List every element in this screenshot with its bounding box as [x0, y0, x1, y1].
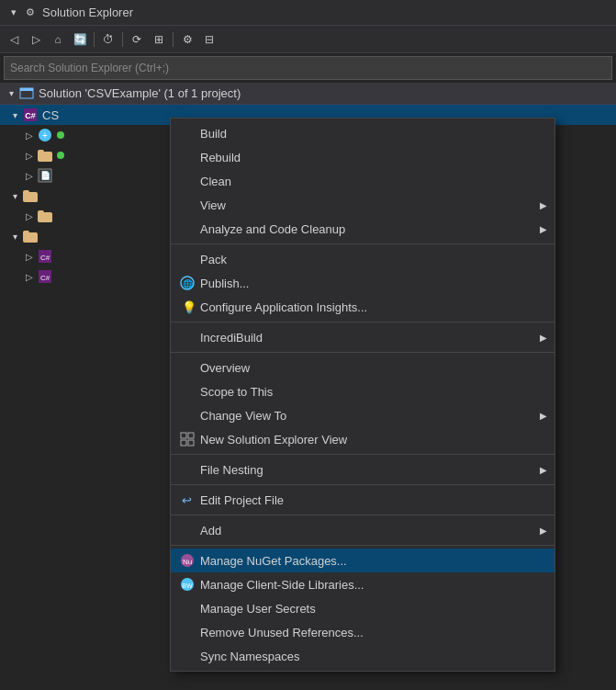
menu-item-view[interactable]: View▶: [171, 193, 554, 217]
menu-label-configure-insights: Configure Application Insights...: [200, 300, 547, 314]
menu-label-remove-unused-refs: Remove Unused References...: [200, 626, 547, 639]
menu-separator-5: [171, 243, 554, 244]
expand-2: ▷: [22, 148, 37, 163]
status-dot-1: [57, 131, 64, 139]
menu-arrow-add: ▶: [532, 526, 547, 536]
menu-label-manage-user-secrets: Manage User Secrets: [200, 602, 547, 616]
menu-icon-add: [174, 518, 200, 542]
svg-text:BW: BW: [182, 583, 193, 589]
menu-item-remove-unused-refs[interactable]: Remove Unused References...: [171, 620, 554, 644]
svg-rect-17: [181, 440, 186, 446]
solution-expand-icon[interactable]: ▾: [4, 86, 18, 101]
menu-item-build[interactable]: Build: [171, 121, 554, 145]
svg-rect-16: [188, 433, 194, 438]
menu-label-edit-project-file: Edit Project File: [200, 493, 547, 507]
svg-text:🌐: 🌐: [183, 278, 194, 289]
menu-separator-9: [171, 352, 554, 353]
add-root-button[interactable]: ⊞: [149, 29, 169, 50]
search-bar[interactable]: Search Solution Explorer (Ctrl+;): [4, 56, 612, 80]
toolbar: ◁ ▷ ⌂ 🔄 ⏱ ⟳ ⊞ ⚙ ⊟: [0, 26, 616, 53]
menu-icon-configure-insights: 💡: [174, 295, 200, 319]
menu-icon-manage-client-side: BW: [174, 572, 200, 596]
menu-label-new-solution-explorer-view: New Solution Explorer View: [200, 433, 547, 447]
node-icon-5: [37, 208, 53, 224]
menu-arrow-incredibuild: ▶: [532, 333, 547, 343]
menu-icon-manage-user-secrets: [174, 596, 200, 620]
svg-text:Nu: Nu: [183, 558, 192, 566]
home-button[interactable]: ⌂: [48, 29, 68, 50]
menu-label-add: Add: [200, 524, 532, 537]
menu-item-pack[interactable]: Pack: [171, 247, 554, 271]
project-label: CS: [42, 108, 59, 122]
menu-item-file-nesting[interactable]: File Nesting▶: [171, 458, 554, 481]
menu-item-overview[interactable]: Overview: [171, 356, 554, 379]
menu-separator-13: [171, 454, 554, 455]
status-dot-2: [57, 152, 64, 159]
menu-icon-remove-unused-refs: [174, 620, 200, 644]
separator: [94, 32, 95, 47]
menu-icon-overview: [174, 356, 200, 379]
expand-7: ▷: [22, 249, 37, 264]
expand-5: ▷: [22, 209, 37, 223]
menu-item-manage-nuget[interactable]: NuManage NuGet Packages...: [171, 549, 554, 572]
svg-rect-18: [188, 440, 194, 446]
menu-icon-incredibuild: [174, 325, 200, 349]
menu-label-publish: Publish...: [200, 277, 547, 290]
menu-separator-16: [171, 545, 554, 546]
settings2-button[interactable]: ⊟: [199, 29, 219, 50]
menu-icon-change-view-to: [174, 403, 200, 427]
pin-icon[interactable]: ▾: [7, 6, 20, 19]
expand-8: ▷: [22, 269, 37, 284]
project-icon: C#: [22, 107, 39, 123]
menu-item-clean[interactable]: Clean: [171, 169, 554, 193]
solution-icon: [18, 85, 35, 102]
menu-item-incredibuild[interactable]: IncrediBuild▶: [171, 325, 554, 349]
expand-4: ▾: [7, 188, 22, 203]
refresh-button[interactable]: 🔄: [70, 29, 90, 50]
history-button[interactable]: ⏱: [98, 29, 118, 50]
menu-label-clean: Clean: [200, 175, 547, 188]
settings-icon[interactable]: ⚙: [24, 6, 37, 19]
menu-item-scope-to-this[interactable]: Scope to This: [171, 379, 554, 403]
menu-label-analyze: Analyze and Code Cleanup: [200, 222, 532, 236]
node-icon-1: +: [37, 127, 53, 143]
menu-label-manage-client-side: Manage Client-Side Libraries...: [200, 578, 547, 592]
menu-item-sync-namespaces[interactable]: Sync Namespaces: [171, 644, 554, 668]
forward-button[interactable]: ▷: [26, 29, 46, 50]
sync-button[interactable]: ⟳: [127, 29, 147, 50]
menu-label-pack: Pack: [200, 253, 547, 266]
menu-item-add[interactable]: Add▶: [171, 518, 554, 542]
menu-label-file-nesting: File Nesting: [200, 463, 532, 477]
menu-item-new-solution-explorer-view[interactable]: New Solution Explorer View: [171, 427, 554, 451]
menu-label-overview: Overview: [200, 361, 547, 375]
back-button[interactable]: ◁: [4, 29, 24, 50]
settings-button[interactable]: ⚙: [177, 29, 197, 50]
context-menu: BuildRebuildCleanView▶Analyze and Code C…: [170, 118, 555, 672]
svg-text:↩: ↩: [182, 493, 192, 507]
menu-item-publish[interactable]: 🌐Publish...: [171, 271, 554, 295]
svg-text:+: +: [42, 130, 48, 141]
menu-label-scope-to-this: Scope to This: [200, 385, 547, 399]
menu-item-change-view-to[interactable]: Change View To▶: [171, 403, 554, 427]
svg-text:C#: C#: [40, 274, 50, 282]
node-icon-8: C#: [37, 268, 53, 285]
title-bar: ▾ ⚙ Solution Explorer: [0, 0, 616, 26]
menu-separator-8: [171, 322, 554, 322]
menu-icon-file-nesting: [174, 458, 200, 481]
menu-label-build: Build: [200, 127, 547, 141]
menu-item-analyze[interactable]: Analyze and Code Cleanup▶: [171, 217, 554, 241]
menu-label-manage-nuget: Manage NuGet Packages...: [200, 554, 547, 568]
menu-arrow-analyze: ▶: [532, 224, 547, 234]
menu-arrow-file-nesting: ▶: [532, 465, 547, 475]
menu-item-manage-client-side[interactable]: BWManage Client-Side Libraries...: [171, 572, 554, 596]
menu-icon-build: [174, 121, 200, 145]
menu-item-manage-user-secrets[interactable]: Manage User Secrets: [171, 596, 554, 620]
node-icon-2: [37, 147, 53, 164]
menu-item-rebuild[interactable]: Rebuild: [171, 145, 554, 169]
menu-item-configure-insights[interactable]: 💡Configure Application Insights...: [171, 295, 554, 319]
menu-icon-view: [174, 193, 200, 217]
search-placeholder: Search Solution Explorer (Ctrl+;): [10, 62, 169, 74]
menu-arrow-change-view-to: ▶: [532, 411, 547, 421]
menu-item-edit-project-file[interactable]: ↩Edit Project File: [171, 488, 554, 512]
panel-title: Solution Explorer: [42, 6, 133, 19]
